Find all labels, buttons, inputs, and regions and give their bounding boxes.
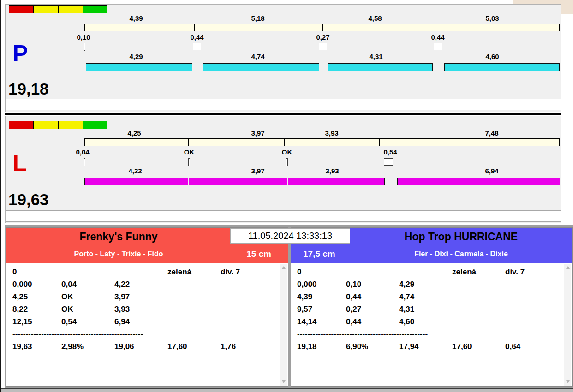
cell: 9,57 (297, 305, 346, 317)
chevron-up-icon (566, 266, 570, 269)
split-time-label: 5,03 (485, 14, 499, 22)
split-time-label: 5,18 (251, 14, 264, 22)
cell: 3,93 (114, 305, 167, 317)
dog-time-label: 6,94 (485, 167, 498, 175)
team-right-scrollbar[interactable] (564, 264, 571, 386)
cell (114, 267, 167, 280)
lane-l-letter: L (12, 152, 27, 175)
dog-time-bar (328, 63, 433, 71)
dog-time-bar (288, 178, 385, 185)
cell (452, 317, 505, 330)
fault-time-label: OK (282, 148, 292, 156)
cell: 6,94 (114, 317, 167, 330)
cell (221, 280, 278, 292)
split-divider (194, 24, 195, 31)
cell: div. 7 (221, 267, 278, 280)
scroll-down-button[interactable] (280, 378, 287, 386)
traffic-light-yellow-2 (59, 121, 83, 129)
result-row: 4,25 OK 3,97 (12, 292, 278, 305)
team-right-result-list: 0 zelená div. 7 0,000 0,10 4,29 4,39 0,4… (292, 263, 572, 386)
cell (505, 317, 562, 330)
fault-time-label: 0,44 (431, 33, 444, 41)
cell (346, 267, 399, 280)
cell: 19,18 (297, 342, 346, 355)
chevron-up-icon (282, 266, 286, 269)
fault-time-label: 0,04 (76, 148, 89, 156)
fault-box[interactable] (193, 43, 201, 50)
fault-box[interactable] (384, 158, 393, 166)
result-row: 0 zelená div. 7 (297, 267, 562, 280)
cell (167, 280, 221, 292)
split-divider (436, 24, 436, 31)
team-right-dog-names: Fler - Dixi - Carmela - Dixie (350, 250, 572, 258)
team-left-scrollbar[interactable] (280, 264, 287, 386)
dog-time-label: 4,29 (129, 53, 143, 60)
team-left-dog-names: Porto - Laty - Trixie - Fido (6, 250, 231, 258)
result-row: 9,57 0,27 4,31 (297, 305, 562, 317)
dog-time-label: 4,31 (369, 53, 382, 60)
cell: 19,63 (12, 342, 61, 355)
chevron-down-icon (282, 380, 286, 383)
lane-p-panel (5, 4, 561, 112)
cell: 12,15 (12, 317, 61, 330)
team-left-result-list: 0 zelená div. 7 0,000 0,04 4,22 4,25 OK … (7, 263, 287, 386)
cell: 6,90% (346, 342, 399, 355)
cell: 17,60 (452, 342, 505, 355)
cell (505, 305, 562, 317)
cell: 4,22 (114, 280, 167, 292)
cell (167, 292, 221, 305)
team-left-panel: Frenky's Funny Porto - Laty - Trixie - F… (6, 227, 288, 387)
result-row: 8,22 OK 3,93 (12, 305, 278, 317)
result-row: 0,000 0,10 4,29 (297, 280, 562, 292)
cell: 3,97 (114, 292, 167, 305)
team-right-jump-height: 17,5 cm (303, 249, 335, 259)
cell (452, 305, 505, 317)
cell: 4,31 (399, 305, 452, 317)
cell: 4,39 (297, 292, 346, 305)
team-left-jump-height: 15 cm (246, 249, 271, 259)
cell: 0,64 (505, 342, 562, 355)
cell: 17,94 (399, 342, 452, 355)
result-row: 0 zelená div. 7 (12, 267, 278, 280)
split-progress-bar (84, 138, 560, 146)
traffic-light-bar (9, 121, 107, 129)
fault-box[interactable] (319, 43, 327, 50)
fault-marker (286, 158, 288, 166)
cell (399, 267, 452, 280)
result-row: 0,000 0,04 4,22 (12, 280, 278, 292)
cell: OK (61, 305, 114, 317)
cell: 4,25 (12, 292, 61, 305)
cell: 0,44 (346, 317, 399, 330)
fault-time-label: 0,27 (316, 33, 329, 41)
cell: 0,000 (12, 280, 61, 292)
dog-time-bar (444, 63, 560, 71)
cell: 0 (297, 267, 346, 280)
split-divider (284, 138, 285, 146)
cell: 0,54 (61, 317, 114, 330)
split-time-label: 4,58 (368, 14, 382, 22)
cell: 1,76 (221, 342, 278, 355)
scroll-up-button[interactable] (280, 264, 287, 271)
team-right-panel: Hop Trop HURRICANE Fler - Dixi - Carmela… (291, 227, 573, 387)
result-row: 14,14 0,44 4,60 (297, 317, 562, 330)
fault-box[interactable] (434, 43, 442, 50)
lane-l-total-time: 19,63 (8, 190, 49, 209)
separator-line: ----------------------------------------… (297, 330, 562, 342)
dog-time-bar (203, 63, 319, 71)
totals-row: 19,18 6,90% 17,94 17,60 0,64 (297, 342, 562, 355)
scroll-down-button[interactable] (564, 378, 571, 386)
cell: zelená (167, 267, 221, 280)
team-left-name: Frenky's Funny (6, 231, 231, 243)
fault-time-label: 0,10 (77, 33, 90, 41)
separator-line: ----------------------------------------… (12, 330, 278, 342)
traffic-light-green (83, 6, 107, 13)
lane-p-total-time: 19,18 (8, 80, 49, 98)
cell: 2,98% (61, 342, 114, 355)
split-divider (322, 24, 323, 31)
cell: 8,22 (12, 305, 61, 317)
traffic-light-green (83, 121, 107, 129)
scroll-up-button[interactable] (564, 264, 571, 271)
cell: 19,06 (114, 342, 167, 355)
timing-app-window: 4,39 5,18 4,58 5,03 0,10 0,44 0,27 0,44 … (0, 0, 573, 392)
fault-marker (84, 43, 85, 51)
